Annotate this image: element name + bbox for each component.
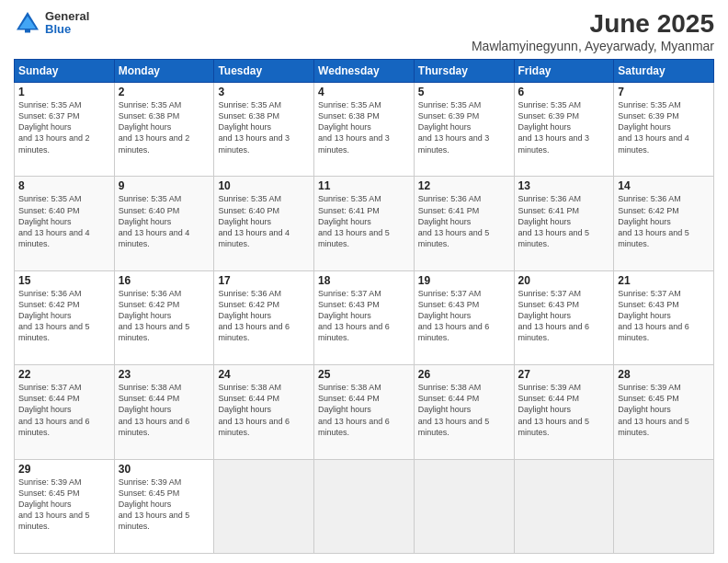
day-number: 27 xyxy=(518,368,610,381)
calendar-day-cell: 8 Sunrise: 5:35 AM Sunset: 6:40 PM Dayli… xyxy=(15,177,115,270)
calendar-week-row: 15 Sunrise: 5:36 AM Sunset: 6:42 PM Dayl… xyxy=(15,270,714,364)
calendar-day-cell: 29 Sunrise: 5:39 AM Sunset: 6:45 PM Dayl… xyxy=(15,459,115,553)
day-number: 26 xyxy=(418,368,510,381)
calendar-day-cell: 14 Sunrise: 5:36 AM Sunset: 6:42 PM Dayl… xyxy=(614,177,714,270)
day-number: 18 xyxy=(318,274,410,287)
day-number: 13 xyxy=(518,179,610,192)
main-title: June 2025 xyxy=(472,9,714,39)
calendar-day-cell xyxy=(514,459,614,553)
calendar-day-cell: 7 Sunrise: 5:35 AM Sunset: 6:39 PM Dayli… xyxy=(614,83,714,177)
logo-text: General Blue xyxy=(45,10,89,37)
day-info: Sunrise: 5:35 AM Sunset: 6:41 PM Dayligh… xyxy=(318,193,410,249)
calendar-day-cell: 15 Sunrise: 5:36 AM Sunset: 6:42 PM Dayl… xyxy=(15,270,115,364)
title-block: June 2025 Mawlamyinegyunn, Ayeyarwady, M… xyxy=(472,9,714,53)
calendar-day-cell: 1 Sunrise: 5:35 AM Sunset: 6:37 PM Dayli… xyxy=(15,83,115,177)
day-number: 2 xyxy=(119,86,210,98)
calendar-body: 1 Sunrise: 5:35 AM Sunset: 6:37 PM Dayli… xyxy=(15,83,714,554)
day-number: 25 xyxy=(318,368,410,381)
day-number: 10 xyxy=(218,179,310,192)
weekday-header: Monday xyxy=(114,60,214,83)
day-info: Sunrise: 5:37 AM Sunset: 6:43 PM Dayligh… xyxy=(318,288,410,344)
day-info: Sunrise: 5:39 AM Sunset: 6:45 PM Dayligh… xyxy=(618,382,710,438)
weekday-header: Wednesday xyxy=(314,60,415,83)
calendar-day-cell: 16 Sunrise: 5:36 AM Sunset: 6:42 PM Dayl… xyxy=(114,270,214,364)
calendar-day-cell: 21 Sunrise: 5:37 AM Sunset: 6:43 PM Dayl… xyxy=(614,270,714,364)
day-info: Sunrise: 5:36 AM Sunset: 6:42 PM Dayligh… xyxy=(218,288,310,344)
day-number: 16 xyxy=(119,274,210,287)
calendar-day-cell: 19 Sunrise: 5:37 AM Sunset: 6:43 PM Dayl… xyxy=(414,270,514,364)
day-number: 7 xyxy=(618,86,710,98)
calendar-day-cell: 22 Sunrise: 5:37 AM Sunset: 6:44 PM Dayl… xyxy=(15,365,115,459)
subtitle: Mawlamyinegyunn, Ayeyarwady, Myanmar xyxy=(472,39,714,53)
day-number: 21 xyxy=(618,274,710,287)
day-number: 30 xyxy=(119,463,210,476)
calendar-header: SundayMondayTuesdayWednesdayThursdayFrid… xyxy=(15,60,714,83)
weekday-header: Friday xyxy=(514,60,614,83)
day-info: Sunrise: 5:36 AM Sunset: 6:41 PM Dayligh… xyxy=(418,193,510,249)
day-number: 9 xyxy=(119,179,210,192)
day-info: Sunrise: 5:39 AM Sunset: 6:45 PM Dayligh… xyxy=(18,477,110,533)
calendar-day-cell: 10 Sunrise: 5:35 AM Sunset: 6:40 PM Dayl… xyxy=(214,177,314,270)
day-number: 15 xyxy=(18,274,110,287)
calendar-day-cell: 2 Sunrise: 5:35 AM Sunset: 6:38 PM Dayli… xyxy=(114,83,214,177)
day-info: Sunrise: 5:37 AM Sunset: 6:43 PM Dayligh… xyxy=(418,288,510,344)
day-number: 11 xyxy=(318,179,410,192)
day-info: Sunrise: 5:35 AM Sunset: 6:39 PM Dayligh… xyxy=(418,99,510,155)
calendar-day-cell xyxy=(614,459,714,553)
day-number: 22 xyxy=(18,368,110,381)
day-info: Sunrise: 5:35 AM Sunset: 6:38 PM Dayligh… xyxy=(119,99,210,155)
day-info: Sunrise: 5:35 AM Sunset: 6:40 PM Dayligh… xyxy=(119,193,210,249)
calendar-day-cell: 28 Sunrise: 5:39 AM Sunset: 6:45 PM Dayl… xyxy=(614,365,714,459)
day-number: 24 xyxy=(218,368,310,381)
calendar-day-cell: 3 Sunrise: 5:35 AM Sunset: 6:38 PM Dayli… xyxy=(214,83,314,177)
day-number: 12 xyxy=(418,179,510,192)
day-number: 14 xyxy=(618,179,710,192)
logo-icon xyxy=(14,9,41,37)
svg-rect-2 xyxy=(25,29,30,33)
day-info: Sunrise: 5:38 AM Sunset: 6:44 PM Dayligh… xyxy=(318,382,410,438)
calendar-week-row: 22 Sunrise: 5:37 AM Sunset: 6:44 PM Dayl… xyxy=(15,365,714,459)
logo: General Blue xyxy=(14,9,89,37)
day-number: 4 xyxy=(318,86,410,98)
calendar-day-cell: 17 Sunrise: 5:36 AM Sunset: 6:42 PM Dayl… xyxy=(214,270,314,364)
day-info: Sunrise: 5:35 AM Sunset: 6:39 PM Dayligh… xyxy=(518,99,610,155)
day-info: Sunrise: 5:36 AM Sunset: 6:41 PM Dayligh… xyxy=(518,193,610,249)
calendar-week-row: 1 Sunrise: 5:35 AM Sunset: 6:37 PM Dayli… xyxy=(15,83,714,177)
day-number: 23 xyxy=(119,368,210,381)
day-number: 8 xyxy=(18,179,110,192)
day-info: Sunrise: 5:37 AM Sunset: 6:43 PM Dayligh… xyxy=(518,288,610,344)
calendar-day-cell: 25 Sunrise: 5:38 AM Sunset: 6:44 PM Dayl… xyxy=(314,365,415,459)
weekday-header: Sunday xyxy=(15,60,115,83)
day-info: Sunrise: 5:39 AM Sunset: 6:45 PM Dayligh… xyxy=(119,477,210,533)
calendar-day-cell: 11 Sunrise: 5:35 AM Sunset: 6:41 PM Dayl… xyxy=(314,177,415,270)
day-info: Sunrise: 5:38 AM Sunset: 6:44 PM Dayligh… xyxy=(218,382,310,438)
day-info: Sunrise: 5:35 AM Sunset: 6:38 PM Dayligh… xyxy=(318,99,410,155)
day-number: 5 xyxy=(418,86,510,98)
day-number: 6 xyxy=(518,86,610,98)
calendar-table: SundayMondayTuesdayWednesdayThursdayFrid… xyxy=(14,59,714,554)
day-info: Sunrise: 5:35 AM Sunset: 6:38 PM Dayligh… xyxy=(218,99,310,155)
weekday-header: Saturday xyxy=(614,60,714,83)
calendar-day-cell xyxy=(214,459,314,553)
calendar-day-cell xyxy=(414,459,514,553)
calendar-day-cell: 24 Sunrise: 5:38 AM Sunset: 6:44 PM Dayl… xyxy=(214,365,314,459)
calendar-week-row: 29 Sunrise: 5:39 AM Sunset: 6:45 PM Dayl… xyxy=(15,459,714,553)
day-info: Sunrise: 5:37 AM Sunset: 6:44 PM Dayligh… xyxy=(18,382,110,438)
day-number: 17 xyxy=(218,274,310,287)
weekday-row: SundayMondayTuesdayWednesdayThursdayFrid… xyxy=(15,60,714,83)
logo-blue-label: Blue xyxy=(45,23,89,36)
day-info: Sunrise: 5:36 AM Sunset: 6:42 PM Dayligh… xyxy=(618,193,710,249)
calendar-day-cell: 26 Sunrise: 5:38 AM Sunset: 6:44 PM Dayl… xyxy=(414,365,514,459)
day-number: 3 xyxy=(218,86,310,98)
day-info: Sunrise: 5:36 AM Sunset: 6:42 PM Dayligh… xyxy=(18,288,110,344)
day-info: Sunrise: 5:36 AM Sunset: 6:42 PM Dayligh… xyxy=(119,288,210,344)
calendar-day-cell: 5 Sunrise: 5:35 AM Sunset: 6:39 PM Dayli… xyxy=(414,83,514,177)
day-info: Sunrise: 5:35 AM Sunset: 6:39 PM Dayligh… xyxy=(618,99,710,155)
day-number: 19 xyxy=(418,274,510,287)
day-info: Sunrise: 5:37 AM Sunset: 6:43 PM Dayligh… xyxy=(618,288,710,344)
page: General Blue June 2025 Mawlamyinegyunn, … xyxy=(0,0,728,563)
calendar-day-cell xyxy=(314,459,415,553)
header: General Blue June 2025 Mawlamyinegyunn, … xyxy=(14,9,714,53)
calendar-day-cell: 4 Sunrise: 5:35 AM Sunset: 6:38 PM Dayli… xyxy=(314,83,415,177)
weekday-header: Tuesday xyxy=(214,60,314,83)
